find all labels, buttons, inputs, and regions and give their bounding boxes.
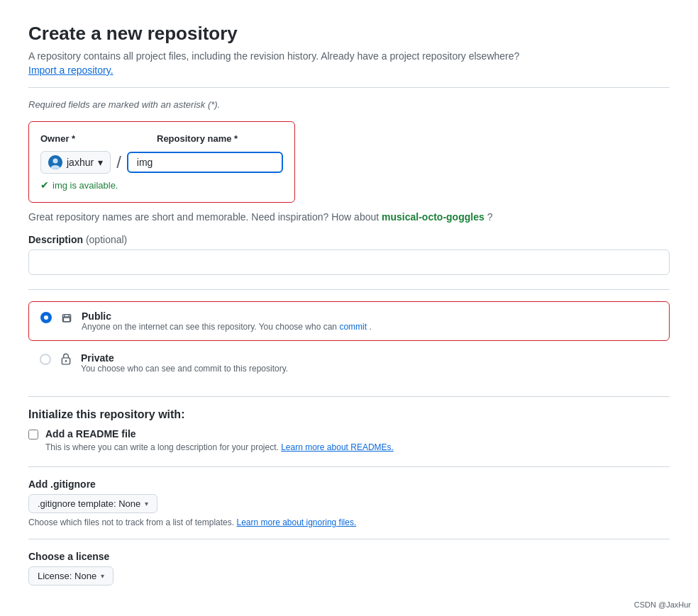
commit-link[interactable]: commit [339,322,367,332]
private-radio[interactable] [40,354,51,365]
availability-text: img is available. [52,180,118,191]
private-description: You choose who can see and commit to thi… [81,364,288,374]
description-label: Description (optional) [28,234,670,245]
gitignore-dropdown-label: .gitignore template: None [38,498,140,509]
page-title: Create a new repository [28,23,670,45]
readme-checkbox[interactable] [28,430,38,439]
visibility-private-option[interactable]: Private You choose who can see and commi… [28,344,670,382]
initialize-title: Initialize this repository with: [28,408,670,421]
svg-point-1 [53,159,58,164]
divider-license [28,539,670,539]
check-icon: ✔ [40,179,49,191]
gitignore-learn-more[interactable]: Learn more about ignoring files. [236,517,356,527]
divider-init [28,396,670,397]
owner-selector[interactable]: jaxhur ▾ [40,151,111,174]
license-dropdown[interactable]: License: None ▾ [28,566,113,586]
owner-repo-box: Owner * Repository name * jaxhur ▾ / ✔ i… [28,121,295,203]
inspiration-suggestion[interactable]: musical-octo-goggles [382,211,484,223]
svg-point-7 [65,360,67,362]
divider-mid [28,289,670,290]
readme-learn-more[interactable]: Learn more about READMEs. [281,442,394,452]
readme-label: Add a README file [45,428,136,439]
public-icon [60,310,73,327]
availability-message: ✔ img is available. [40,179,283,191]
owner-avatar [48,155,62,169]
owner-label: Owner * [40,133,140,144]
gitignore-description: Choose which files not to track from a l… [28,517,670,527]
gitignore-dropdown[interactable]: .gitignore template: None ▾ [28,494,157,513]
description-input[interactable] [28,250,670,275]
license-dropdown-label: License: None [38,571,96,581]
visibility-options: Public Anyone on the internet can see th… [28,301,670,382]
repo-name-label: Repository name * [157,133,238,144]
inspiration-text: Great repository names are short and mem… [28,211,670,223]
slash-divider: / [116,152,121,172]
required-note: Required fields are marked with an aster… [28,99,670,110]
owner-dropdown-arrow: ▾ [98,157,103,168]
readme-description: This is where you can write a long descr… [45,442,670,452]
private-icon [60,352,72,369]
initialize-section: Initialize this repository with: Add a R… [28,408,670,452]
divider-gitignore [28,466,670,467]
public-radio[interactable] [40,312,52,323]
gitignore-section: Add .gitignore .gitignore template: None… [28,478,670,527]
divider-top [28,87,670,88]
public-description: Anyone on the internet can see this repo… [82,322,372,332]
owner-name: jaxhur [67,157,94,168]
import-repository-link[interactable]: Import a repository. [28,65,113,76]
gitignore-label: Add .gitignore [28,478,670,490]
repo-name-input[interactable] [127,152,283,173]
visibility-public-option[interactable]: Public Anyone on the internet can see th… [28,301,670,341]
watermark: CSDN @JaxHur [634,600,691,609]
license-label: Choose a license [28,551,670,562]
public-label: Public [82,310,372,322]
page-subtitle: A repository contains all project files,… [28,50,670,62]
license-dropdown-arrow: ▾ [101,572,104,580]
readme-row: Add a README file [28,428,670,439]
gitignore-dropdown-arrow: ▾ [145,500,148,508]
private-label: Private [81,352,288,364]
license-section: Choose a license License: None ▾ [28,551,670,586]
